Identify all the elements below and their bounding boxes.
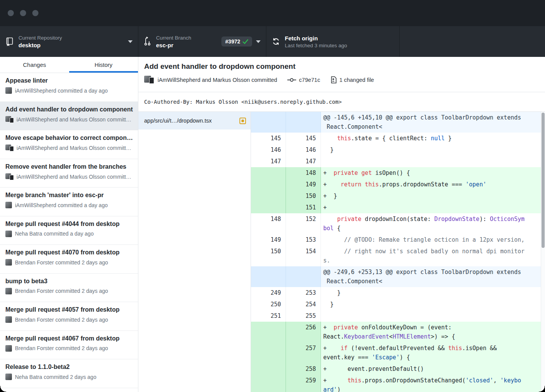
current-repository-button[interactable]: Current Repository desktop [0, 26, 138, 57]
new-line-number: 255 [286, 310, 321, 322]
diff-line: 256+ private onFoldoutKeyDown = (event: … [251, 322, 545, 342]
diff-line-content [321, 310, 545, 322]
commit-item-title: Merge pull request #4057 from desktop [5, 306, 133, 313]
commit-title: Add event handler to dropdown component [144, 62, 545, 71]
old-line-number [251, 363, 286, 375]
commit-item-byline: iAmWillShepherd and Markus Olsson commit… [17, 116, 133, 123]
commit-item-title: Add event handler to dropdown component [5, 106, 133, 113]
chevron-down-icon [128, 40, 133, 43]
diff-line-content: // right now it's scaled badly on normal… [321, 246, 545, 266]
diff-line: 150+ } [251, 190, 545, 202]
new-line-number: 150 [286, 190, 321, 202]
diff-line: 150154 // right now it's scaled badly on… [251, 246, 545, 266]
new-line-number: 146 [286, 144, 321, 156]
new-line-number: 152 [286, 213, 321, 234]
diff-rows: @@ -145,6 +145,10 @@ export class Toolba… [251, 112, 545, 392]
commit-item-title: bump to beta3 [5, 278, 133, 285]
old-line-number [251, 375, 286, 392]
tab-history[interactable]: History [69, 57, 138, 73]
old-line-number [251, 266, 286, 287]
sync-icon [272, 37, 280, 46]
commit-item-title: Release to 1.1.0-beta2 [5, 364, 133, 370]
diff-line-content: } [321, 287, 545, 299]
new-line-number: 145 [286, 133, 321, 144]
old-line-number: 146 [251, 144, 286, 156]
pr-number: #3972 [225, 38, 240, 45]
diff-line: 151+ [251, 202, 545, 213]
diff-line: 251255 [251, 310, 545, 322]
commit-item-byline: Neha Batra committed a day ago [15, 231, 94, 237]
diff-line: 147147 [251, 156, 545, 167]
pr-status-badge: #3972 [221, 37, 252, 47]
repository-name: desktop [18, 42, 124, 48]
avatar [5, 202, 12, 208]
avatar [5, 116, 14, 123]
commit-description: Co-Authored-By: Markus Olsson <niik@user… [138, 92, 545, 112]
repo-icon [5, 37, 14, 46]
commit-sha[interactable]: c79e71c [287, 77, 320, 83]
window-close-button[interactable] [8, 10, 14, 16]
commit-list-item[interactable]: Merge pull request #4057 from desktopBre… [0, 302, 138, 331]
commit-list-item[interactable]: bump to beta3Brendan Forster committed 2… [0, 274, 138, 302]
commit-item-byline: Brendan Forster committed 2 days ago [15, 317, 108, 323]
window-zoom-button[interactable] [32, 10, 38, 16]
old-line-number [251, 322, 286, 342]
new-line-number: 153 [286, 234, 321, 246]
commit-list-item[interactable]: Merge pull request #4050 from desktopBre… [0, 388, 138, 392]
commit-summary-header: Add event handler to dropdown component … [138, 57, 545, 92]
avatar [5, 173, 14, 180]
commit-item-title: Move escape behavior to correct componen… [5, 135, 133, 141]
commit-list-item[interactable]: Remove event handler from the branchesiA… [0, 159, 138, 188]
file-row[interactable]: app/src/ui/t…/dropdown.tsx [138, 112, 251, 130]
commit-item-byline: iAmWillShepherd committed a day ago [15, 88, 108, 94]
diff-scrollbar[interactable] [541, 112, 545, 392]
avatar [5, 345, 12, 352]
chevron-down-icon [256, 40, 261, 43]
fetch-origin-button[interactable]: Fetch origin Last fetched 3 minutes ago [266, 26, 400, 57]
new-line-number: 256 [286, 322, 321, 342]
commit-item-byline: iAmWillShepherd committed a day ago [15, 202, 108, 208]
diff-line-content: this.state = { clientRect: null } [321, 133, 545, 144]
old-line-number [251, 202, 286, 213]
diff-line: 258+ event.preventDefault() [251, 363, 545, 375]
old-line-number: 145 [251, 133, 286, 144]
fetch-sublabel: Last fetched 3 minutes ago [285, 43, 394, 48]
window-titlebar [0, 0, 545, 26]
committer-avatars [144, 76, 154, 84]
new-line-number: 149 [286, 179, 321, 190]
old-line-number [251, 167, 286, 179]
diff-hunk-header: @@ -249,6 +253,13 @@ export class Toolba… [251, 266, 545, 287]
diff-hunk-header: @@ -145,6 +145,10 @@ export class Toolba… [251, 112, 545, 133]
new-line-number: 151 [286, 202, 321, 213]
commit-list-item[interactable]: Merge branch 'master' into esc-priAmWill… [0, 188, 138, 216]
diff-line: 149153 // @TODO: Remake triangle octicon… [251, 234, 545, 246]
commit-list-item[interactable]: Merge pull request #4044 from desktopNeh… [0, 216, 138, 245]
diff-line-content: } [321, 299, 545, 310]
commit-list-item[interactable]: Release to 1.1.0-beta2Neha Batra committ… [0, 359, 138, 388]
commit-item-title: Appease linter [5, 77, 133, 84]
avatar [5, 374, 12, 380]
window-minimize-button[interactable] [20, 10, 26, 16]
commit-list-item[interactable]: Merge pull request #4070 from desktopBre… [0, 245, 138, 274]
commit-list-item[interactable]: Move escape behavior to correct componen… [0, 130, 138, 159]
avatar [5, 288, 12, 294]
commit-list-item[interactable]: Appease linteriAmWillShepherd committed … [0, 73, 138, 102]
diff-line: 148+ private get isOpen() { [251, 167, 545, 179]
diff-line-content: @@ -249,6 +253,13 @@ export class Toolba… [321, 266, 545, 287]
old-line-number: 249 [251, 287, 286, 299]
tab-changes[interactable]: Changes [0, 57, 69, 73]
commit-item-byline: Brendan Forster committed 2 days ago [15, 345, 108, 351]
repository-label: Current Repository [18, 35, 124, 41]
window-corner [539, 386, 545, 392]
current-branch-button[interactable]: Current Branch esc-pr #3972 [138, 26, 266, 57]
commit-item-title: Merge pull request #4070 from desktop [5, 249, 133, 256]
commit-list-item[interactable]: Merge pull request #4067 from desktopBre… [0, 331, 138, 360]
new-line-number [286, 112, 321, 133]
commit-item-byline: Brendan Forster committed 2 days ago [15, 259, 108, 266]
history-sidebar: Changes History Appease linteriAmWillShe… [0, 57, 138, 392]
commit-list-item[interactable]: Add event handler to dropdown componenti… [0, 102, 138, 131]
modified-file-icon [239, 118, 246, 124]
old-line-number: 150 [251, 246, 286, 266]
diff-scrollbar-thumb[interactable] [542, 113, 545, 248]
new-line-number: 258 [286, 363, 321, 375]
